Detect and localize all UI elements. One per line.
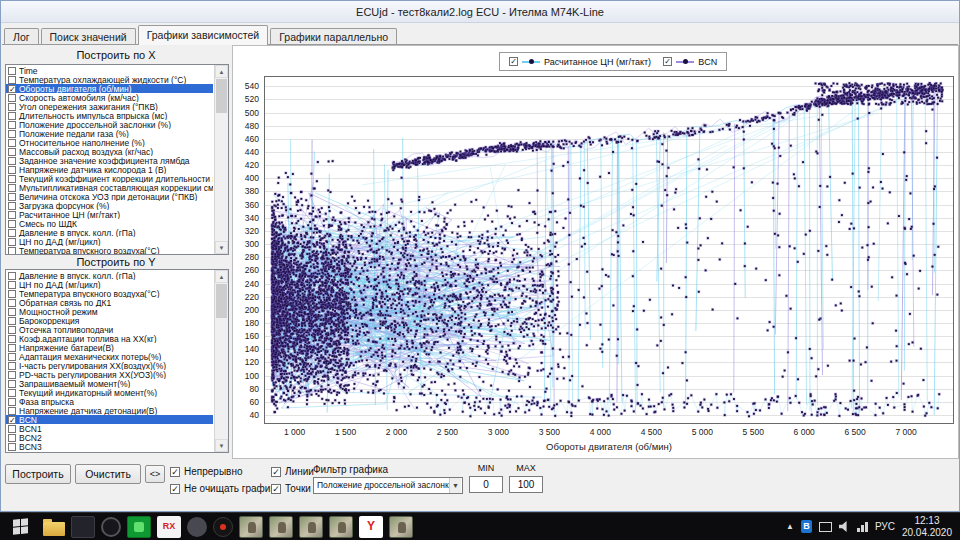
scroll-up-icon[interactable]: ▲ <box>215 65 228 78</box>
list-item[interactable]: Текущий коэффициент коррекции длительнос… <box>6 174 213 183</box>
scroll-thumb[interactable] <box>216 284 227 318</box>
item-checkbox[interactable] <box>8 67 16 75</box>
list-item[interactable]: Положение дроссельной заслонки (%) <box>6 120 213 129</box>
points-checkbox[interactable]: ✓ Точки <box>271 483 311 494</box>
item-checkbox[interactable] <box>8 103 16 111</box>
clear-button[interactable]: Очистить <box>75 464 141 484</box>
item-checkbox[interactable] <box>8 148 16 156</box>
filter-parameter-select[interactable]: Положение дроссельной заслонки ▼ <box>313 477 463 494</box>
build-button[interactable]: Построить <box>5 464 71 484</box>
item-checkbox[interactable]: ✓ <box>8 85 16 93</box>
display-icon[interactable] <box>819 522 832 532</box>
item-checkbox[interactable] <box>8 398 16 406</box>
list-item[interactable]: Давление в впуск. колл. (гПа) <box>6 228 213 237</box>
list-item[interactable]: Текущий индикаторный момент(%) <box>6 388 213 397</box>
item-checkbox[interactable] <box>8 112 16 120</box>
item-checkbox[interactable] <box>8 121 16 129</box>
item-checkbox[interactable] <box>8 202 16 210</box>
item-checkbox[interactable] <box>8 335 16 343</box>
item-checkbox[interactable] <box>8 362 16 370</box>
item-checkbox[interactable] <box>8 272 16 280</box>
swap-axes-button[interactable]: <> <box>145 465 165 483</box>
list-item[interactable]: BCN1 <box>6 424 213 433</box>
taskbar-icon-app-gray[interactable] <box>187 517 207 537</box>
item-checkbox[interactable] <box>8 407 16 415</box>
legend-checkbox[interactable]: ✓ <box>663 57 672 66</box>
scroll-down-icon[interactable]: ▼ <box>215 241 228 254</box>
x-axis-list[interactable]: TimeТемпература охлаждающей жидкости (°C… <box>5 64 229 255</box>
list-item[interactable]: Загрузка форсунок (%) <box>6 201 213 210</box>
list-item[interactable]: Смесь по ШДК <box>6 219 213 228</box>
scroll-up-icon[interactable]: ▲ <box>215 270 228 283</box>
item-checkbox[interactable] <box>8 380 16 388</box>
x-list-scrollbar[interactable]: ▲ ▼ <box>214 65 228 254</box>
taskbar-icon-app-record[interactable] <box>213 517 233 537</box>
item-checkbox[interactable] <box>8 371 16 379</box>
item-checkbox[interactable] <box>8 76 16 84</box>
clock[interactable]: 12:13 20.04.2020 <box>902 515 952 539</box>
item-checkbox[interactable] <box>8 281 16 289</box>
item-checkbox[interactable] <box>8 130 16 138</box>
item-checkbox[interactable] <box>8 290 16 298</box>
list-item[interactable]: ЦН по ДАД (мг/цикл) <box>6 280 213 289</box>
taskbar-icon-photo[interactable] <box>329 516 353 538</box>
chart-canvas[interactable] <box>265 77 953 423</box>
start-button[interactable] <box>0 513 40 540</box>
list-item[interactable]: ЦН по ДАД (мг/цикл) <box>6 237 213 246</box>
taskbar-icon-app-rx[interactable]: RX <box>157 516 181 538</box>
item-checkbox[interactable] <box>8 94 16 102</box>
item-checkbox[interactable] <box>8 193 16 201</box>
legend-item[interactable]: ✓Расчитанное ЦН (мг/такт) <box>509 57 651 67</box>
continuous-checkbox[interactable]: ✓ Непрерывно <box>170 466 242 477</box>
list-item[interactable]: PD-часть регулирования ХХ(УОЗ)(%) <box>6 370 213 379</box>
max-input[interactable] <box>509 476 543 493</box>
item-checkbox[interactable] <box>8 299 16 307</box>
item-checkbox[interactable] <box>8 229 16 237</box>
item-checkbox[interactable] <box>8 317 16 325</box>
list-item[interactable]: Положение педали газа (%) <box>6 129 213 138</box>
list-item[interactable]: Мощностной режим <box>6 307 213 316</box>
tray-expand-icon[interactable]: ▲ <box>786 522 794 531</box>
tab-log[interactable]: Лог <box>4 28 39 45</box>
keep-graph-checkbox[interactable]: ✓ Не очищать график <box>170 483 275 494</box>
bluetooth-icon[interactable]: B <box>801 520 812 533</box>
item-checkbox[interactable] <box>8 425 16 433</box>
item-checkbox[interactable] <box>8 434 16 442</box>
item-checkbox[interactable] <box>8 389 16 397</box>
taskbar-icon-photo[interactable] <box>239 516 263 538</box>
list-item[interactable]: Температура охлаждающей жидкости (°C) <box>6 75 213 84</box>
list-item[interactable]: Мультипликативная составляющая коррекции… <box>6 183 213 192</box>
list-item[interactable]: ✓BCN <box>6 415 213 424</box>
checkbox-icon[interactable]: ✓ <box>170 484 180 494</box>
list-item[interactable]: Массовый расход воздуха (кг/час) <box>6 147 213 156</box>
y-list-scrollbar[interactable]: ▲ ▼ <box>214 270 228 452</box>
tab-search-values[interactable]: Поиск значений <box>41 28 136 45</box>
list-item[interactable]: Заданное значение коэффициента лямбда <box>6 156 213 165</box>
list-item[interactable]: Относительное наполнение (%) <box>6 138 213 147</box>
taskbar-icon-app-round[interactable] <box>101 517 121 537</box>
list-item[interactable]: Длительность импульса впрыска (мс) <box>6 111 213 120</box>
list-item[interactable]: Величина отскока УОЗ при детонации (°ПКВ… <box>6 192 213 201</box>
volume-icon[interactable] <box>839 521 850 532</box>
checkbox-icon[interactable]: ✓ <box>271 467 281 477</box>
list-item[interactable]: Обратная связь по ДК1 <box>6 298 213 307</box>
list-item[interactable]: Напряжение батареи(В) <box>6 343 213 352</box>
list-item[interactable]: Time <box>6 66 213 75</box>
list-item[interactable]: ✓Обороты двигателя (об/мин) <box>6 84 213 93</box>
taskbar-icon-folder[interactable] <box>43 522 65 536</box>
network-icon[interactable] <box>857 521 868 532</box>
item-checkbox[interactable] <box>8 211 16 219</box>
item-checkbox[interactable] <box>8 353 16 361</box>
list-item[interactable]: Расчитанное ЦН (мг/такт) <box>6 210 213 219</box>
checkbox-icon[interactable]: ✓ <box>271 484 281 494</box>
item-checkbox[interactable] <box>8 139 16 147</box>
list-item[interactable]: Отсечка топливоподачи <box>6 325 213 334</box>
list-item[interactable]: Температура впускного воздуха(°C) <box>6 289 213 298</box>
list-item[interactable]: Барокоррекция <box>6 316 213 325</box>
list-item[interactable]: Напряжение датчика кислорода 1 (В) <box>6 165 213 174</box>
list-item[interactable]: Запрашиваемый момент(%) <box>6 379 213 388</box>
taskbar-icon-yandex[interactable]: Y <box>359 516 383 538</box>
item-checkbox[interactable] <box>8 308 16 316</box>
chevron-down-icon[interactable]: ▼ <box>449 478 461 493</box>
taskbar-icon-photo[interactable] <box>299 516 323 538</box>
